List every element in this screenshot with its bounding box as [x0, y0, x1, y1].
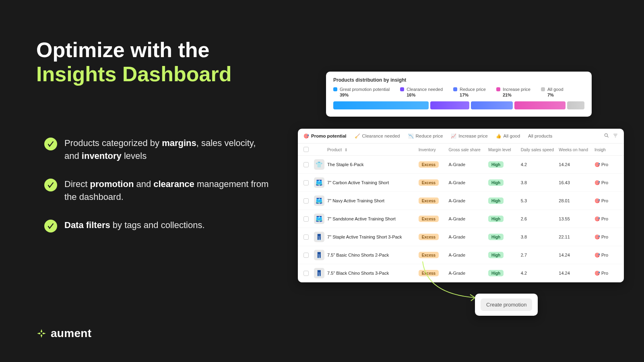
distribution-legend: Great promotion potential39%Clearance ne…: [333, 87, 584, 97]
legend-swatch: [541, 87, 545, 91]
tab-increase-price[interactable]: 📈Increase price: [451, 134, 487, 139]
svg-point-0: [605, 134, 607, 136]
feature-bullets: Products categorized by margins, sales v…: [44, 137, 270, 248]
bar-segment: [514, 101, 566, 109]
product-thumb: 👖: [314, 232, 324, 242]
th-weeks[interactable]: Weeks on hand: [559, 147, 594, 152]
tab-all-good[interactable]: 👍All good: [496, 134, 520, 139]
tab-label: Increase price: [458, 134, 487, 138]
product-name: 7" Staple Active Training Short 3-Pack: [327, 234, 402, 239]
feature-bullet: Direct promotion and clearance managemen…: [44, 178, 270, 204]
speed-value: 3.8: [521, 234, 559, 239]
insight-value: 🎯 Pro: [594, 198, 618, 204]
filter-icon[interactable]: [613, 133, 618, 139]
bullet-text: Products categorized by margins, sales v…: [64, 137, 270, 162]
speed-value: 3.8: [521, 180, 559, 185]
th-inventory[interactable]: Inventory: [419, 147, 449, 152]
bar-segment: [333, 101, 429, 109]
hero-line2: Insights Dashboard: [36, 62, 231, 86]
margin-badge: High: [488, 216, 504, 222]
check-icon: [44, 138, 57, 150]
product-thumb: 🩳: [314, 214, 324, 224]
th-product[interactable]: Product: [327, 147, 342, 152]
table-row[interactable]: 👖 7" Staple Active Training Short 3-Pack…: [298, 228, 624, 246]
bullet-text: Data filters by tags and collections.: [64, 219, 205, 232]
search-icon[interactable]: [604, 133, 609, 139]
gross-value: A-Grade: [448, 234, 488, 239]
distribution-card: Products distribution by insight Great p…: [326, 72, 592, 117]
row-checkbox[interactable]: [303, 234, 309, 240]
speed-value: 4.2: [521, 271, 559, 276]
weeks-value: 16.43: [559, 180, 594, 185]
tab-reduce-price[interactable]: 📉Reduce price: [408, 134, 443, 139]
logo-mark-icon: [36, 328, 47, 339]
legend-item: Great promotion potential39%: [333, 87, 390, 97]
legend-pct: 17%: [460, 93, 486, 97]
table-row[interactable]: 🩳 7" Navy Active Training Short Excess A…: [298, 192, 624, 210]
product-name: 7" Sandstone Active Training Short: [327, 216, 396, 221]
insight-value: 🎯 Pro: [594, 253, 618, 258]
gross-value: A-Grade: [448, 162, 488, 167]
margin-badge: High: [488, 270, 504, 276]
bar-segment: [430, 101, 469, 109]
select-all-checkbox[interactable]: [303, 147, 309, 152]
legend-pct: 21%: [503, 93, 530, 97]
insight-value: 🎯 Pro: [594, 180, 618, 185]
distribution-bar: [333, 101, 584, 109]
tab-emoji-icon: 📈: [451, 134, 456, 139]
insight-value: 🎯 Pro: [594, 234, 618, 240]
legend-item: Clearance needed16%: [400, 87, 443, 97]
product-thumb: 👖: [314, 268, 324, 278]
th-gross[interactable]: Gross sale share: [448, 147, 488, 152]
th-speed[interactable]: Daily sales speed: [521, 147, 559, 152]
hero-line1: Optimize with the: [36, 38, 209, 62]
th-insight[interactable]: Insigh: [594, 147, 618, 152]
bar-segment: [471, 101, 512, 109]
legend-swatch: [453, 87, 457, 91]
weeks-value: 14.24: [559, 271, 594, 276]
insight-value: 🎯 Pro: [594, 216, 618, 222]
legend-label: All good: [547, 87, 564, 92]
insight-value: 🎯 Pro: [594, 162, 618, 167]
table-row[interactable]: 👕 The Staple 6-Pack Excess A-Grade High …: [298, 156, 624, 174]
table-row[interactable]: 🩳 7" Sandstone Active Training Short Exc…: [298, 210, 624, 228]
margin-badge: High: [488, 252, 504, 258]
product-thumb: 👖: [314, 250, 324, 260]
inventory-badge: Excess: [419, 216, 439, 222]
tab-label: Clearance needed: [362, 134, 400, 138]
sort-icon[interactable]: ▲▼: [345, 148, 347, 152]
tab-clearance-needed[interactable]: 🧹Clearance needed: [355, 134, 400, 139]
legend-item: Increase price21%: [496, 87, 530, 97]
speed-value: 2.7: [521, 253, 559, 257]
tab-emoji-icon: 👍: [496, 134, 502, 139]
row-checkbox[interactable]: [303, 162, 309, 167]
speed-value: 4.2: [521, 162, 559, 167]
legend-label: Clearance needed: [407, 87, 443, 92]
cta-card: Create promotion: [475, 294, 538, 316]
tab-emoji-icon: 🧹: [355, 134, 360, 139]
legend-pct: 7%: [547, 93, 564, 97]
tab-emoji-icon: 📉: [408, 134, 414, 139]
legend-swatch: [496, 87, 500, 91]
create-promotion-button[interactable]: Create promotion: [481, 298, 532, 311]
product-name: The Staple 6-Pack: [327, 162, 364, 167]
row-checkbox[interactable]: [303, 198, 309, 204]
gross-value: A-Grade: [448, 253, 488, 257]
row-checkbox[interactable]: [303, 253, 309, 258]
tab-label: Reduce price: [416, 134, 443, 138]
weeks-value: 22.11: [559, 234, 594, 239]
tab-promo-potential[interactable]: 🎯Promo potential: [303, 134, 347, 139]
tab-all-products[interactable]: All products: [528, 134, 552, 138]
table-row[interactable]: 🩳 7" Carbon Active Training Short Excess…: [298, 174, 624, 192]
row-checkbox[interactable]: [303, 271, 309, 276]
row-checkbox[interactable]: [303, 216, 309, 222]
weeks-value: 13.55: [559, 216, 594, 221]
row-checkbox[interactable]: [303, 180, 309, 185]
product-name: 7.5" Basic Chino Shorts 2-Pack: [327, 253, 389, 257]
inventory-badge: Excess: [419, 234, 439, 240]
product-thumb: 🩳: [314, 177, 324, 188]
product-thumb: 👕: [314, 159, 324, 170]
th-margin[interactable]: Margin level: [488, 147, 521, 152]
weeks-value: 14.24: [559, 253, 594, 257]
feature-bullet: Products categorized by margins, sales v…: [44, 137, 270, 162]
